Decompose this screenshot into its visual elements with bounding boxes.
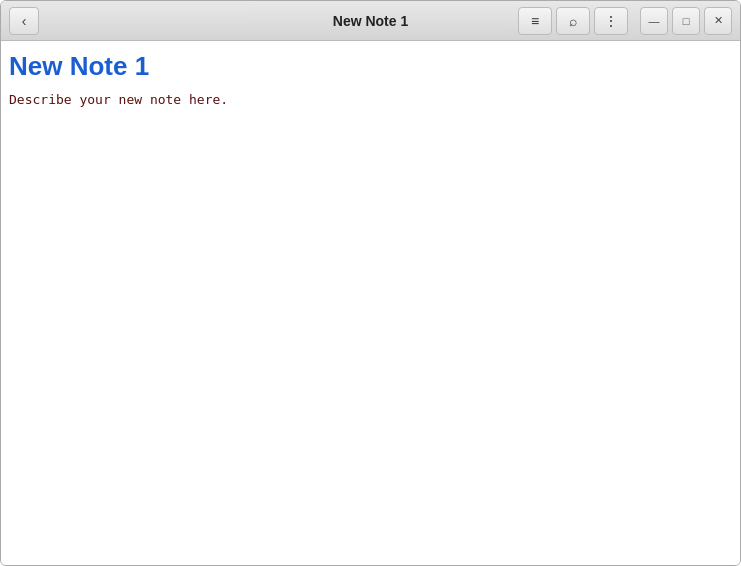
- note-icon: ≡: [531, 13, 539, 29]
- note-body: Describe your new note here.: [9, 92, 732, 107]
- maximize-button[interactable]: □: [672, 7, 700, 35]
- menu-icon: ⋮: [604, 13, 618, 29]
- note-icon-button[interactable]: ≡: [518, 7, 552, 35]
- window-title: New Note 1: [333, 13, 408, 29]
- titlebar-left: ‹: [9, 7, 39, 35]
- search-icon: ⌕: [569, 13, 577, 29]
- close-icon: ✕: [714, 14, 723, 27]
- titlebar-right: ≡ ⌕ ⋮ — □ ✕: [518, 7, 732, 35]
- minimize-icon: —: [649, 15, 660, 27]
- minimize-button[interactable]: —: [640, 7, 668, 35]
- back-button[interactable]: ‹: [9, 7, 39, 35]
- menu-button[interactable]: ⋮: [594, 7, 628, 35]
- app-window: ‹ New Note 1 ≡ ⌕ ⋮ — □ ✕: [0, 0, 741, 566]
- close-button[interactable]: ✕: [704, 7, 732, 35]
- content-area: New Note 1 Describe your new note here.: [1, 41, 740, 565]
- window-controls: — □ ✕: [640, 7, 732, 35]
- back-icon: ‹: [22, 13, 27, 29]
- titlebar: ‹ New Note 1 ≡ ⌕ ⋮ — □ ✕: [1, 1, 740, 41]
- search-button[interactable]: ⌕: [556, 7, 590, 35]
- note-title: New Note 1: [9, 51, 732, 82]
- maximize-icon: □: [683, 15, 690, 27]
